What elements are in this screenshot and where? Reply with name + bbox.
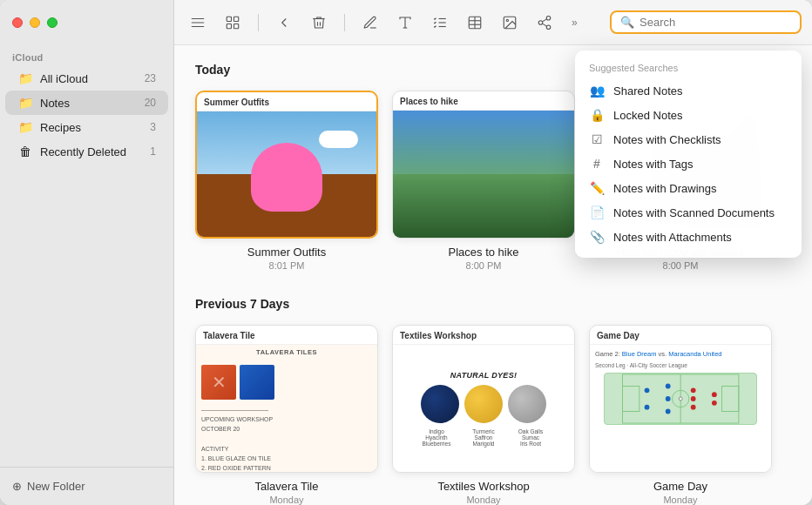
sidebar-item-recently-deleted[interactable]: 🗑 Recently Deleted 1 [5, 139, 168, 164]
note-card-image [197, 111, 376, 237]
dropdown-item-label: Shared Notes [613, 84, 683, 98]
separator [258, 14, 259, 31]
talavera-text: ——————————— UPCOMING WORKSHOP OCTOBER 20… [196, 405, 377, 472]
field-svg [605, 374, 756, 424]
share-icon [537, 15, 552, 30]
note-card-header: Game Day [590, 326, 771, 345]
note-card-title: Textiles Workshop [437, 480, 529, 493]
circle-gray [508, 385, 546, 423]
sidebar-item-count: 20 [145, 97, 156, 109]
sidebar-item-count: 23 [145, 72, 156, 84]
sidebar-item-count: 1 [150, 145, 156, 158]
separator [344, 14, 345, 31]
note-card-title: Game Day [653, 480, 707, 493]
note-card-inner: Talavera Tile TALAVERA TILES ——————————— [195, 325, 378, 473]
scan-icon: 📄 [589, 205, 605, 219]
sidebar-footer: ⊕ New Folder [0, 467, 173, 505]
note-card-title: Places to hike [449, 246, 519, 259]
search-box[interactable]: 🔍 [610, 10, 802, 34]
svg-rect-3 [227, 17, 231, 21]
tile-blue [240, 365, 274, 400]
search-input[interactable] [639, 16, 788, 29]
locked-icon: 🔒 [589, 108, 605, 122]
table-button[interactable] [462, 11, 488, 34]
media-button[interactable] [497, 11, 523, 34]
note-card-header: Places to hike [393, 91, 574, 111]
textiles-image: NATURAL DYES! IndigoHyacinthBlueberries … [393, 345, 574, 472]
dropdown-item-label: Notes with Scanned Documents [613, 206, 775, 219]
dropdown-item-scanned[interactable]: 📄 Notes with Scanned Documents [575, 200, 802, 225]
sidebar-item-notes[interactable]: 📁 Notes 20 [5, 91, 168, 115]
tile-red [201, 365, 236, 400]
svg-rect-5 [227, 24, 231, 28]
dropdown-item-shared[interactable]: 👥 Shared Notes [575, 78, 802, 103]
collaborate-button[interactable] [531, 11, 558, 34]
summer-outfits-image [197, 111, 376, 237]
note-card-textiles-workshop[interactable]: Textiles Workshop NATURAL DYES! [392, 325, 575, 505]
note-card-image [393, 111, 574, 238]
sidebar-item-count: 3 [150, 121, 156, 133]
grid-view-button[interactable] [220, 11, 246, 34]
notes-grid-previous-7-days: Talavera Tile TALAVERA TILES ——————————— [195, 325, 791, 505]
circle-yellow [464, 385, 503, 423]
svg-point-17 [538, 20, 543, 24]
textiles-label-indigo: IndigoHyacinthBlueberries [415, 428, 458, 447]
format-button[interactable] [392, 11, 418, 34]
close-button[interactable] [12, 17, 23, 28]
circle-dark-blue [421, 385, 459, 423]
note-card-image: NATURAL DYES! IndigoHyacinthBlueberries … [393, 345, 574, 472]
svg-point-30 [666, 396, 671, 401]
sidebar-item-label: All iCloud [40, 72, 138, 85]
svg-point-35 [712, 392, 717, 397]
note-card-header: Summer Outfits [197, 92, 376, 111]
note-card-places-to-hike[interactable]: Places to hike Places to hike 8:00 PM [392, 91, 575, 271]
sidebar-item-all-icloud[interactable]: 📁 All iCloud 23 [5, 66, 168, 91]
list-view-button[interactable] [185, 11, 211, 34]
talavera-tiles [196, 360, 377, 405]
more-button[interactable]: » [566, 13, 583, 32]
grid-icon [225, 15, 240, 30]
dropdown-item-checklists[interactable]: ☑ Notes with Checklists [575, 127, 802, 152]
checklist-button[interactable] [427, 11, 453, 34]
new-folder-label: New Folder [27, 480, 85, 493]
new-folder-button[interactable]: ⊕ New Folder [12, 476, 85, 496]
delete-button[interactable] [306, 11, 332, 34]
folder-icon: 📁 [17, 96, 33, 110]
svg-point-31 [666, 408, 671, 414]
maximize-button[interactable] [47, 17, 58, 28]
section-title-previous-7-days: Previous 7 Days [195, 297, 791, 311]
textiles-circles [421, 385, 546, 423]
note-card-summer-outfits[interactable]: Summer Outfits Summer Outfits 8:01 PM [195, 91, 378, 271]
trash-icon [311, 15, 327, 30]
dropdown-item-tags[interactable]: # Notes with Tags [575, 152, 802, 176]
dropdown-item-locked[interactable]: 🔒 Locked Notes [575, 103, 802, 127]
dropdown-item-drawings[interactable]: ✏️ Notes with Drawings [575, 176, 802, 200]
dropdown-item-label: Notes with Attachments [613, 231, 732, 244]
back-button[interactable] [271, 11, 297, 34]
toolbar: » 🔍 Suggested Searches 👥 Shared Notes 🔒 [174, 0, 812, 45]
note-card-game-day[interactable]: Game Day Game 2: Blue Dream vs. Maracand… [589, 325, 772, 505]
dropdown-item-label: Notes with Tags [613, 158, 694, 171]
svg-point-16 [546, 16, 551, 20]
main-area: » 🔍 Suggested Searches 👥 Shared Notes 🔒 [174, 0, 812, 505]
compose-button[interactable] [357, 11, 383, 34]
sidebar-item-recipes[interactable]: 📁 Recipes 3 [5, 115, 168, 139]
note-card-talavera-tile[interactable]: Talavera Tile TALAVERA TILES ——————————— [195, 325, 378, 505]
minimize-button[interactable] [30, 17, 40, 28]
shared-icon: 👥 [589, 84, 605, 98]
checklist-icon [432, 15, 448, 30]
plus-icon: ⊕ [12, 480, 22, 493]
dropdown-item-attachments[interactable]: 📎 Notes with Attachments [575, 225, 802, 249]
svg-rect-6 [234, 24, 239, 28]
svg-point-34 [691, 404, 696, 409]
note-card-time: 8:01 PM [269, 260, 305, 271]
gameday-field [604, 373, 757, 425]
titlebar [0, 0, 173, 45]
svg-point-29 [666, 383, 671, 388]
cloud-shape [319, 131, 358, 148]
svg-point-33 [691, 396, 696, 401]
compose-icon [362, 15, 378, 30]
note-card-time: 8:00 PM [663, 260, 699, 271]
dropdown-item-label: Notes with Checklists [613, 133, 721, 146]
attachment-icon: 📎 [589, 230, 605, 244]
